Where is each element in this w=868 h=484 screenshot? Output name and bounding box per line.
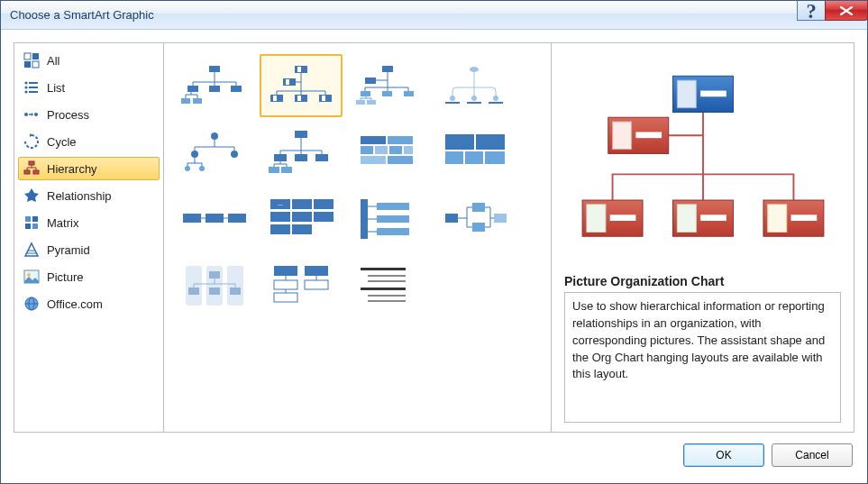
svg-text:?: ? — [806, 0, 816, 22]
svg-rect-77 — [465, 151, 483, 164]
button-row: OK Cancel — [14, 433, 854, 470]
svg-rect-1 — [24, 53, 31, 59]
svg-point-9 — [24, 90, 27, 93]
svg-rect-29 — [193, 98, 202, 104]
svg-rect-81 — [228, 214, 246, 223]
category-sidebar: All List Process Cycle Hierarchy — [14, 43, 164, 432]
sidebar-item-cycle[interactable]: Cycle — [18, 130, 160, 153]
svg-rect-59 — [295, 131, 307, 138]
layout-thumb[interactable] — [260, 254, 343, 317]
svg-rect-39 — [322, 96, 325, 101]
preview-image — [564, 54, 841, 269]
svg-rect-110 — [274, 293, 297, 302]
svg-rect-46 — [367, 100, 376, 105]
svg-point-11 — [24, 113, 28, 116]
close-icon — [839, 6, 854, 15]
sidebar-item-list[interactable]: List — [18, 76, 160, 99]
svg-rect-105 — [209, 271, 220, 279]
sidebar-item-process[interactable]: Process — [18, 103, 160, 126]
picture-icon — [23, 269, 40, 285]
svg-rect-52 — [467, 102, 481, 104]
svg-rect-40 — [382, 66, 393, 72]
svg-rect-113 — [368, 280, 406, 282]
layout-gallery: — — [164, 43, 552, 432]
svg-rect-128 — [700, 215, 726, 221]
main-box: All List Process Cycle Hierarchy — [14, 42, 854, 433]
sidebar-item-officecom[interactable]: Office.com — [18, 292, 160, 315]
layout-thumb[interactable] — [433, 121, 516, 184]
layout-thumb[interactable] — [346, 121, 429, 184]
svg-rect-114 — [361, 288, 406, 290]
svg-rect-87 — [314, 212, 333, 222]
help-button[interactable]: ? — [797, 1, 826, 21]
svg-rect-66 — [361, 136, 386, 144]
svg-rect-76 — [445, 151, 463, 164]
svg-rect-89 — [292, 224, 312, 234]
svg-rect-75 — [476, 134, 505, 150]
ok-button[interactable]: OK — [683, 443, 764, 467]
svg-point-48 — [450, 96, 455, 101]
svg-rect-79 — [183, 214, 201, 223]
svg-rect-92 — [377, 203, 409, 210]
layout-thumb[interactable] — [433, 54, 516, 117]
layout-thumb[interactable] — [346, 187, 429, 251]
layout-thumb[interactable] — [173, 254, 256, 317]
layout-thumb[interactable] — [260, 121, 343, 184]
layout-thumb[interactable] — [173, 54, 256, 117]
sidebar-item-label: Hierarchy — [47, 162, 97, 176]
close-button[interactable] — [825, 1, 868, 21]
svg-rect-15 — [33, 170, 39, 174]
svg-rect-10 — [29, 91, 38, 93]
smartart-dialog: Choose a SmartArt Graphic ? All List — [0, 0, 868, 484]
svg-rect-33 — [286, 79, 289, 85]
cancel-button[interactable]: Cancel — [772, 443, 853, 467]
sidebar-item-all[interactable]: All — [18, 49, 160, 72]
svg-rect-125 — [609, 215, 635, 221]
layout-thumb[interactable] — [346, 254, 429, 317]
sidebar-item-pyramid[interactable]: Pyramid — [18, 238, 160, 261]
layout-thumb[interactable] — [173, 121, 256, 184]
matrix-icon — [23, 215, 40, 231]
all-icon — [23, 52, 40, 68]
svg-rect-115 — [368, 295, 406, 297]
svg-point-5 — [24, 81, 27, 84]
sidebar-item-matrix[interactable]: Matrix — [18, 211, 160, 234]
svg-rect-102 — [188, 288, 199, 295]
layout-thumb[interactable] — [173, 187, 256, 251]
preview-description: Use to show hierarchical information or … — [572, 299, 825, 380]
svg-rect-6 — [29, 82, 38, 84]
svg-rect-27 — [231, 86, 242, 92]
svg-rect-127 — [677, 205, 696, 233]
svg-rect-43 — [382, 91, 392, 96]
svg-rect-3 — [24, 61, 31, 68]
preview-title: Picture Organization Chart — [564, 274, 841, 288]
layout-thumb[interactable]: — — [260, 187, 343, 251]
layout-thumb[interactable] — [433, 187, 516, 251]
svg-rect-74 — [445, 134, 474, 150]
layout-thumb[interactable] — [260, 54, 343, 117]
svg-rect-86 — [292, 212, 312, 222]
svg-rect-45 — [356, 100, 365, 105]
svg-rect-24 — [209, 66, 220, 72]
svg-rect-97 — [472, 223, 485, 232]
svg-rect-61 — [295, 154, 307, 161]
svg-rect-124 — [586, 205, 605, 233]
sidebar-item-relationship[interactable]: Relationship — [18, 184, 160, 207]
svg-rect-69 — [375, 146, 388, 154]
titlebar-buttons: ? — [797, 1, 867, 21]
svg-rect-19 — [32, 224, 38, 229]
svg-text:—: — — [278, 202, 283, 207]
svg-rect-13 — [29, 161, 34, 165]
svg-point-57 — [185, 166, 190, 171]
sidebar-item-picture[interactable]: Picture — [18, 265, 160, 288]
layout-thumb[interactable] — [346, 54, 429, 117]
svg-rect-31 — [297, 67, 301, 72]
globe-icon — [23, 296, 40, 312]
svg-rect-51 — [445, 102, 460, 104]
svg-rect-14 — [24, 170, 30, 174]
dialog-content: All List Process Cycle Hierarchy — [1, 30, 867, 483]
svg-rect-37 — [297, 96, 301, 101]
svg-rect-130 — [767, 205, 786, 233]
sidebar-item-hierarchy[interactable]: Hierarchy — [18, 157, 160, 180]
preview-panel: Picture Organization Chart Use to show h… — [552, 43, 854, 432]
